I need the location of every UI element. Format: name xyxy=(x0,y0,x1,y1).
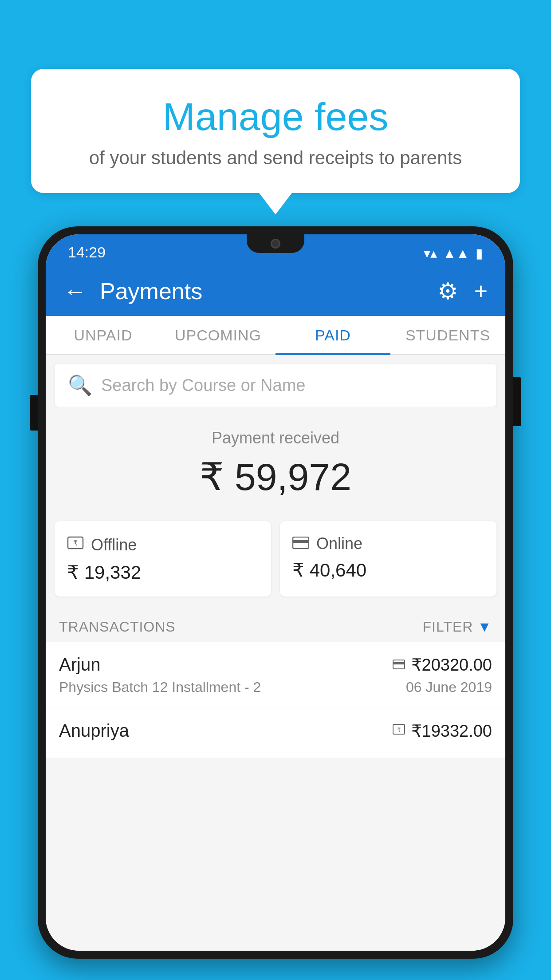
svg-text:₹: ₹ xyxy=(73,539,78,547)
svg-rect-3 xyxy=(293,540,309,543)
phone-screen: 14:29 ▾▴ ▲▲ ▮ ← Payments ⚙ + xyxy=(46,234,505,951)
transaction-bottom: Physics Batch 12 Installment - 2 06 June… xyxy=(59,679,492,695)
payment-cards: ₹ Offline ₹ 19,332 xyxy=(46,512,505,610)
transaction-top: Arjun ₹20320.00 xyxy=(59,655,492,675)
filter-label: FILTER xyxy=(422,619,473,635)
transaction-amount-2: ₹19332.00 xyxy=(411,721,492,741)
speech-bubble-subtitle: of your students and send receipts to pa… xyxy=(67,147,484,169)
transaction-list: Arjun ₹20320.00 xyxy=(46,642,505,758)
payment-received-amount: ₹ 59,972 xyxy=(59,454,492,499)
phone-inner: 14:29 ▾▴ ▲▲ ▮ ← Payments ⚙ + xyxy=(46,234,505,951)
content-area: 🔍 Search by Course or Name Payment recei… xyxy=(46,355,505,951)
offline-card: ₹ Offline ₹ 19,332 xyxy=(55,521,271,597)
transaction-amount: ₹20320.00 xyxy=(411,655,492,675)
wifi-icon: ▾▴ xyxy=(424,245,437,261)
tab-unpaid[interactable]: UNPAID xyxy=(46,316,161,354)
back-button[interactable]: ← xyxy=(63,278,87,304)
transactions-header: TRANSACTIONS FILTER ▼ xyxy=(46,610,505,642)
search-bar[interactable]: 🔍 Search by Course or Name xyxy=(55,364,496,407)
svg-rect-5 xyxy=(393,662,405,664)
transactions-label: TRANSACTIONS xyxy=(59,619,176,635)
online-card-header: Online xyxy=(292,534,484,553)
settings-icon[interactable]: ⚙ xyxy=(437,278,458,304)
payment-received-label: Payment received xyxy=(59,429,492,447)
offline-card-amount: ₹ 19,332 xyxy=(67,561,259,583)
phone-outer: 14:29 ▾▴ ▲▲ ▮ ← Payments ⚙ + xyxy=(38,226,513,959)
transaction-course: Physics Batch 12 Installment - 2 xyxy=(59,679,261,695)
search-input[interactable]: Search by Course or Name xyxy=(101,376,305,395)
online-card-amount: ₹ 40,640 xyxy=(292,559,484,581)
transaction-top-2: Anupriya ₹ ₹19332.00 xyxy=(59,721,492,741)
transaction-item-partial[interactable]: Anupriya ₹ ₹19332.00 xyxy=(46,708,505,758)
filter-button[interactable]: FILTER ▼ xyxy=(422,619,492,635)
offline-payment-icon: ₹ xyxy=(67,534,84,555)
signal-icon: ▲▲ xyxy=(443,246,469,261)
add-icon[interactable]: + xyxy=(474,278,488,304)
payment-summary: Payment received ₹ 59,972 xyxy=(46,407,505,512)
tabs-bar: UNPAID UPCOMING PAID STUDENTS xyxy=(46,316,505,355)
svg-text:₹: ₹ xyxy=(397,727,401,733)
app-bar-icons: ⚙ + xyxy=(437,278,488,304)
transaction-amount-row: ₹20320.00 xyxy=(393,655,492,675)
online-card-label: Online xyxy=(316,534,362,553)
speech-bubble: Manage fees of your students and send re… xyxy=(31,69,520,193)
offline-tx-icon: ₹ xyxy=(393,723,405,739)
search-icon: 🔍 xyxy=(68,374,92,397)
phone-wrapper: 14:29 ▾▴ ▲▲ ▮ ← Payments ⚙ + xyxy=(38,226,513,980)
transaction-item[interactable]: Arjun ₹20320.00 xyxy=(46,642,505,708)
filter-icon: ▼ xyxy=(477,619,492,635)
status-icons: ▾▴ ▲▲ ▮ xyxy=(424,234,483,261)
speech-bubble-container: Manage fees of your students and send re… xyxy=(31,69,520,193)
battery-icon: ▮ xyxy=(476,245,483,261)
front-camera xyxy=(271,239,280,249)
app-bar-title: Payments xyxy=(100,278,424,304)
speech-bubble-title: Manage fees xyxy=(67,95,484,138)
transaction-name-2: Anupriya xyxy=(59,721,129,741)
online-card: Online ₹ 40,640 xyxy=(280,521,496,597)
transaction-name: Arjun xyxy=(59,655,100,675)
status-time: 14:29 xyxy=(68,234,106,261)
offline-card-label: Offline xyxy=(91,536,137,554)
online-tx-icon xyxy=(393,657,405,672)
tab-upcoming[interactable]: UPCOMING xyxy=(161,316,276,354)
offline-card-header: ₹ Offline xyxy=(67,534,259,555)
app-bar: ← Payments ⚙ + xyxy=(46,266,505,316)
tab-paid[interactable]: PAID xyxy=(276,316,390,354)
transaction-date: 06 June 2019 xyxy=(406,679,492,695)
phone-notch xyxy=(247,234,304,253)
online-payment-icon xyxy=(292,534,309,553)
tab-students[interactable]: STUDENTS xyxy=(390,316,505,354)
transaction-amount-row-2: ₹ ₹19332.00 xyxy=(393,721,492,741)
